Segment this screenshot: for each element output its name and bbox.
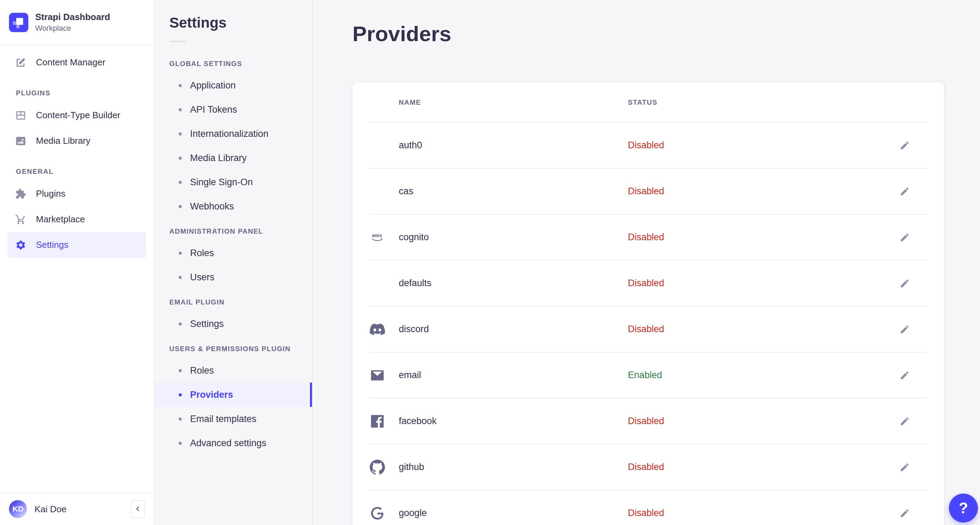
subnav-group-label: USERS & PERMISSIONS PLUGIN xyxy=(154,336,312,358)
providers-table-card: NAME STATUS auth0 Disabled cas Disabled … xyxy=(352,83,944,525)
question-mark-icon: ? xyxy=(959,500,968,517)
brand-title: Strapi Dashboard xyxy=(35,12,110,22)
gear-icon xyxy=(15,240,26,251)
table-row: email Enabled xyxy=(369,353,928,398)
table-row: cas Disabled xyxy=(369,169,928,215)
subnav-group-label: EMAIL PLUGIN xyxy=(154,289,312,312)
avatar[interactable]: KD xyxy=(9,500,27,518)
sidebar-item-label: Marketplace xyxy=(36,214,85,225)
media-library-icon xyxy=(15,135,26,146)
sidebar-item-content-manager[interactable]: Content Manager xyxy=(8,50,146,75)
provider-name: auth0 xyxy=(399,140,628,151)
sidebar-item-content-type-builder[interactable]: Content-Type Builder xyxy=(8,103,146,128)
subnav-item-label: Internationalization xyxy=(190,129,269,139)
subnav-item-webhooks[interactable]: Webhooks xyxy=(154,194,312,218)
subnav-item-label: Email templates xyxy=(190,414,256,425)
table-body: auth0 Disabled cas Disabled aws cognito … xyxy=(352,123,944,525)
edit-button[interactable] xyxy=(896,275,913,292)
edit-button[interactable] xyxy=(896,459,913,476)
content-manager-icon xyxy=(15,57,26,68)
brand: Strapi Dashboard Workplace xyxy=(0,0,154,46)
subnav-item-roles[interactable]: Roles xyxy=(154,358,312,383)
page-title: Providers xyxy=(352,21,980,46)
subnav-item-label: Users xyxy=(190,272,215,283)
subnav-group-items: Roles Providers Email templates Advanced… xyxy=(154,358,312,455)
main-sidebar: Strapi Dashboard Workplace Content Manag… xyxy=(0,0,154,525)
help-button[interactable]: ? xyxy=(949,493,978,523)
provider-status: Enabled xyxy=(628,370,896,380)
subnav-group-label: GLOBAL SETTINGS xyxy=(154,51,312,73)
collapse-sidebar-button[interactable] xyxy=(131,500,145,518)
subnav-title: Settings xyxy=(169,14,312,31)
subnav-item-advanced-settings[interactable]: Advanced settings xyxy=(154,431,312,455)
subnav-group: ADMINISTRATION PANEL Roles Users xyxy=(154,218,312,289)
subnav-item-api-tokens[interactable]: API Tokens xyxy=(154,97,312,122)
provider-status: Disabled xyxy=(628,232,896,243)
table-row: facebook Disabled xyxy=(369,398,928,444)
edit-button[interactable] xyxy=(896,413,913,430)
provider-name: facebook xyxy=(399,416,628,426)
sidebar-item-settings[interactable]: Settings xyxy=(8,232,146,258)
subnav-item-roles[interactable]: Roles xyxy=(154,241,312,265)
svg-text:aws: aws xyxy=(372,232,382,239)
provider-name: github xyxy=(399,462,628,473)
edit-button[interactable] xyxy=(896,229,913,246)
subnav-group: USERS & PERMISSIONS PLUGIN Roles Provide… xyxy=(154,336,312,455)
subnav-item-label: Settings xyxy=(190,319,224,329)
provider-icon xyxy=(369,183,386,200)
subnav-item-application[interactable]: Application xyxy=(154,73,312,97)
edit-button[interactable] xyxy=(896,321,913,338)
bullet-icon xyxy=(179,181,182,184)
subnav-item-single-sign-on[interactable]: Single Sign-On xyxy=(154,170,312,194)
subnav-item-email-templates[interactable]: Email templates xyxy=(154,407,312,431)
bullet-icon xyxy=(179,393,182,396)
table-row: defaults Disabled xyxy=(369,261,928,307)
table-row: discord Disabled xyxy=(369,307,928,353)
subnav-group-items: Settings xyxy=(154,312,312,336)
subnav-item-providers[interactable]: Providers xyxy=(154,383,312,407)
bullet-icon xyxy=(179,205,182,208)
table-header: NAME STATUS xyxy=(369,83,928,123)
discord-icon xyxy=(369,321,386,338)
user-name: Kai Doe xyxy=(35,504,123,515)
sidebar-item-label: Plugins xyxy=(36,188,65,199)
bullet-icon xyxy=(179,84,182,87)
subnav-item-label: Advanced settings xyxy=(190,438,266,449)
subnav-item-media-library[interactable]: Media Library xyxy=(154,146,312,170)
facebook-icon xyxy=(369,413,386,430)
provider-status: Disabled xyxy=(628,186,896,197)
provider-status: Disabled xyxy=(628,278,896,289)
edit-button[interactable] xyxy=(896,367,913,383)
plugins-icon xyxy=(15,188,26,199)
bullet-icon xyxy=(179,157,182,160)
sidebar-item-label: Media Library xyxy=(36,135,91,146)
table-row: auth0 Disabled xyxy=(369,123,928,169)
sidebar-item-plugins[interactable]: Plugins xyxy=(8,181,146,207)
bullet-icon xyxy=(179,442,182,445)
subnav-item-label: Providers xyxy=(190,390,233,400)
provider-status: Disabled xyxy=(628,508,896,519)
subnav-item-label: Roles xyxy=(190,248,214,259)
provider-icon xyxy=(369,137,386,154)
provider-name: email xyxy=(399,370,628,380)
subnav-item-internationalization[interactable]: Internationalization xyxy=(154,122,312,146)
main-content: Providers NAME STATUS auth0 Disabled cas… xyxy=(313,0,980,525)
provider-status: Disabled xyxy=(628,416,896,426)
subnav-item-users[interactable]: Users xyxy=(154,265,312,289)
column-header-name: NAME xyxy=(399,99,628,107)
subnav-group-items: Application API Tokens Internationalizat… xyxy=(154,73,312,218)
edit-button[interactable] xyxy=(896,183,913,200)
subnav-item-label: API Tokens xyxy=(190,104,237,115)
edit-button[interactable] xyxy=(896,137,913,154)
sidebar-item-label: Content Manager xyxy=(36,57,105,68)
subnav-item-label: Webhooks xyxy=(190,201,234,212)
subnav-item-label: Application xyxy=(190,80,235,91)
subnav-item-settings[interactable]: Settings xyxy=(154,312,312,336)
edit-button[interactable] xyxy=(896,505,913,522)
provider-name: defaults xyxy=(399,278,628,289)
sidebar-item-media-library[interactable]: Media Library xyxy=(8,128,146,154)
column-header-status: STATUS xyxy=(628,99,657,107)
provider-status: Disabled xyxy=(628,324,896,334)
brand-subtitle: Workplace xyxy=(35,24,110,33)
sidebar-item-marketplace[interactable]: Marketplace xyxy=(8,207,146,232)
